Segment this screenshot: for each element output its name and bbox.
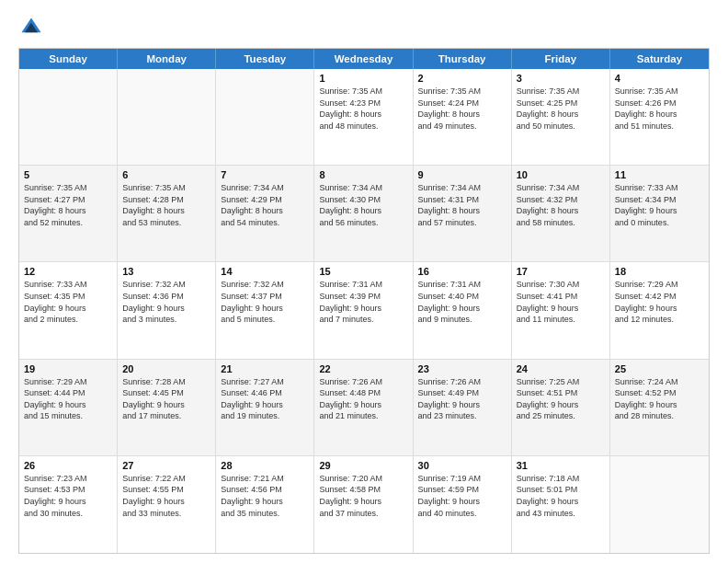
day-info: Sunrise: 7:34 AM Sunset: 4:29 PM Dayligh… [221, 182, 309, 228]
day-number: 7 [221, 169, 309, 180]
day-number: 14 [221, 266, 309, 277]
calendar-day-cell: 11Sunrise: 7:33 AM Sunset: 4:34 PM Dayli… [610, 166, 709, 261]
day-number: 31 [517, 460, 605, 471]
calendar-day-cell: 6Sunrise: 7:35 AM Sunset: 4:28 PM Daylig… [118, 166, 216, 261]
day-number: 9 [418, 169, 506, 180]
day-number: 24 [517, 363, 605, 374]
day-number: 23 [418, 363, 506, 374]
calendar-day-cell: 28Sunrise: 7:21 AM Sunset: 4:56 PM Dayli… [216, 456, 314, 553]
day-info: Sunrise: 7:33 AM Sunset: 4:35 PM Dayligh… [24, 279, 112, 325]
logo [18, 15, 48, 40]
day-number: 12 [24, 266, 112, 277]
calendar-day-cell: 5Sunrise: 7:35 AM Sunset: 4:27 PM Daylig… [19, 166, 118, 261]
day-info: Sunrise: 7:34 AM Sunset: 4:32 PM Dayligh… [517, 182, 605, 228]
calendar-day-cell: 16Sunrise: 7:31 AM Sunset: 4:40 PM Dayli… [414, 262, 512, 358]
calendar-day-cell: 29Sunrise: 7:20 AM Sunset: 4:58 PM Dayli… [314, 456, 413, 553]
calendar-day-cell: 22Sunrise: 7:26 AM Sunset: 4:48 PM Dayli… [314, 360, 413, 455]
day-number: 4 [615, 73, 704, 84]
day-number: 2 [418, 73, 506, 84]
day-info: Sunrise: 7:35 AM Sunset: 4:28 PM Dayligh… [122, 182, 210, 228]
weekday-header: Friday [512, 49, 610, 69]
day-number: 11 [615, 169, 704, 180]
calendar-empty-cell [216, 69, 314, 165]
calendar-day-cell: 17Sunrise: 7:30 AM Sunset: 4:41 PM Dayli… [512, 262, 610, 358]
day-number: 20 [122, 363, 210, 374]
day-number: 28 [221, 460, 309, 471]
calendar-day-cell: 25Sunrise: 7:24 AM Sunset: 4:52 PM Dayli… [610, 360, 709, 455]
weekday-header: Wednesday [314, 49, 413, 69]
calendar-empty-cell [19, 69, 118, 165]
calendar-row: 5Sunrise: 7:35 AM Sunset: 4:27 PM Daylig… [19, 166, 709, 262]
day-number: 25 [615, 363, 704, 374]
calendar-day-cell: 31Sunrise: 7:18 AM Sunset: 5:01 PM Dayli… [512, 456, 610, 553]
day-number: 26 [24, 460, 112, 471]
calendar-day-cell: 8Sunrise: 7:34 AM Sunset: 4:30 PM Daylig… [314, 166, 413, 261]
calendar-day-cell: 1Sunrise: 7:35 AM Sunset: 4:23 PM Daylig… [314, 69, 413, 165]
calendar-row: 26Sunrise: 7:23 AM Sunset: 4:53 PM Dayli… [19, 456, 709, 553]
calendar-day-cell: 19Sunrise: 7:29 AM Sunset: 4:44 PM Dayli… [19, 360, 118, 455]
weekday-header: Monday [118, 49, 216, 69]
calendar-day-cell: 9Sunrise: 7:34 AM Sunset: 4:31 PM Daylig… [414, 166, 512, 261]
day-number: 10 [517, 169, 605, 180]
day-info: Sunrise: 7:29 AM Sunset: 4:42 PM Dayligh… [615, 279, 704, 325]
calendar-empty-cell [118, 69, 216, 165]
calendar-day-cell: 23Sunrise: 7:26 AM Sunset: 4:49 PM Dayli… [414, 360, 512, 455]
calendar-day-cell: 4Sunrise: 7:35 AM Sunset: 4:26 PM Daylig… [610, 69, 709, 165]
day-number: 27 [122, 460, 210, 471]
day-info: Sunrise: 7:31 AM Sunset: 4:40 PM Dayligh… [418, 279, 506, 325]
day-number: 29 [319, 460, 407, 471]
day-info: Sunrise: 7:31 AM Sunset: 4:39 PM Dayligh… [319, 279, 407, 325]
day-info: Sunrise: 7:20 AM Sunset: 4:58 PM Dayligh… [319, 473, 407, 519]
calendar-day-cell: 14Sunrise: 7:32 AM Sunset: 4:37 PM Dayli… [216, 262, 314, 358]
day-info: Sunrise: 7:26 AM Sunset: 4:48 PM Dayligh… [319, 376, 407, 422]
day-number: 5 [24, 169, 112, 180]
calendar-empty-cell [610, 456, 709, 553]
calendar-day-cell: 26Sunrise: 7:23 AM Sunset: 4:53 PM Dayli… [19, 456, 118, 553]
day-info: Sunrise: 7:35 AM Sunset: 4:24 PM Dayligh… [418, 86, 506, 132]
calendar-day-cell: 12Sunrise: 7:33 AM Sunset: 4:35 PM Dayli… [19, 262, 118, 358]
calendar-body: 1Sunrise: 7:35 AM Sunset: 4:23 PM Daylig… [19, 69, 709, 553]
calendar-day-cell: 3Sunrise: 7:35 AM Sunset: 4:25 PM Daylig… [512, 69, 610, 165]
calendar-day-cell: 18Sunrise: 7:29 AM Sunset: 4:42 PM Dayli… [610, 262, 709, 358]
calendar: SundayMondayTuesdayWednesdayThursdayFrid… [18, 48, 710, 554]
day-info: Sunrise: 7:26 AM Sunset: 4:49 PM Dayligh… [418, 376, 506, 422]
day-info: Sunrise: 7:29 AM Sunset: 4:44 PM Dayligh… [24, 376, 112, 422]
day-info: Sunrise: 7:35 AM Sunset: 4:26 PM Dayligh… [615, 86, 704, 132]
day-number: 1 [319, 73, 407, 84]
calendar-day-cell: 7Sunrise: 7:34 AM Sunset: 4:29 PM Daylig… [216, 166, 314, 261]
calendar-day-cell: 15Sunrise: 7:31 AM Sunset: 4:39 PM Dayli… [314, 262, 413, 358]
day-info: Sunrise: 7:34 AM Sunset: 4:30 PM Dayligh… [319, 182, 407, 228]
day-number: 17 [517, 266, 605, 277]
calendar-day-cell: 20Sunrise: 7:28 AM Sunset: 4:45 PM Dayli… [118, 360, 216, 455]
day-info: Sunrise: 7:22 AM Sunset: 4:55 PM Dayligh… [122, 473, 210, 519]
calendar-day-cell: 13Sunrise: 7:32 AM Sunset: 4:36 PM Dayli… [118, 262, 216, 358]
day-info: Sunrise: 7:35 AM Sunset: 4:27 PM Dayligh… [24, 182, 112, 228]
calendar-row: 12Sunrise: 7:33 AM Sunset: 4:35 PM Dayli… [19, 262, 709, 359]
weekday-header: Tuesday [216, 49, 314, 69]
day-number: 13 [122, 266, 210, 277]
calendar-day-cell: 24Sunrise: 7:25 AM Sunset: 4:51 PM Dayli… [512, 360, 610, 455]
calendar-header: SundayMondayTuesdayWednesdayThursdayFrid… [19, 49, 709, 69]
day-number: 3 [517, 73, 605, 84]
page: SundayMondayTuesdayWednesdayThursdayFrid… [0, 0, 728, 563]
logo-icon [18, 15, 44, 40]
day-number: 16 [418, 266, 506, 277]
header [18, 15, 710, 40]
day-info: Sunrise: 7:32 AM Sunset: 4:37 PM Dayligh… [221, 279, 309, 325]
weekday-header: Saturday [610, 49, 709, 69]
day-number: 21 [221, 363, 309, 374]
day-number: 30 [418, 460, 506, 471]
day-info: Sunrise: 7:28 AM Sunset: 4:45 PM Dayligh… [122, 376, 210, 422]
calendar-row: 1Sunrise: 7:35 AM Sunset: 4:23 PM Daylig… [19, 69, 709, 166]
calendar-day-cell: 21Sunrise: 7:27 AM Sunset: 4:46 PM Dayli… [216, 360, 314, 455]
day-number: 8 [319, 169, 407, 180]
calendar-day-cell: 2Sunrise: 7:35 AM Sunset: 4:24 PM Daylig… [414, 69, 512, 165]
weekday-header: Thursday [414, 49, 512, 69]
day-info: Sunrise: 7:18 AM Sunset: 5:01 PM Dayligh… [517, 473, 605, 519]
day-info: Sunrise: 7:25 AM Sunset: 4:51 PM Dayligh… [517, 376, 605, 422]
day-info: Sunrise: 7:30 AM Sunset: 4:41 PM Dayligh… [517, 279, 605, 325]
calendar-day-cell: 10Sunrise: 7:34 AM Sunset: 4:32 PM Dayli… [512, 166, 610, 261]
day-number: 18 [615, 266, 704, 277]
day-info: Sunrise: 7:23 AM Sunset: 4:53 PM Dayligh… [24, 473, 112, 519]
day-number: 19 [24, 363, 112, 374]
